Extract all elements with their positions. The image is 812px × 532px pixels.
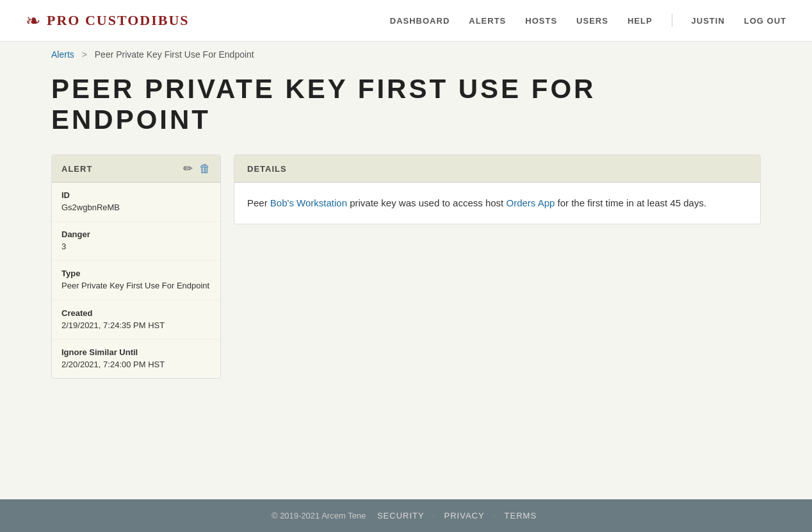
alert-field-created-value: 2/19/2021, 7:24:35 PM HST: [61, 320, 211, 331]
nav-users[interactable]: Users: [576, 16, 608, 26]
logo-text: Pro Custodibus: [47, 12, 190, 29]
page-title-area: Peer Private Key First Use For Endpoint: [0, 67, 812, 154]
page-title: Peer Private Key First Use For Endpoint: [51, 74, 761, 135]
alert-card-actions: ✏ 🗑: [183, 163, 211, 174]
details-prefix: Peer: [247, 197, 268, 208]
details-card-header: Details: [234, 155, 760, 183]
alert-field-id-label: ID: [61, 190, 211, 200]
footer-security-link[interactable]: Security: [377, 511, 425, 520]
alert-field-ignore-value: 2/20/2021, 7:24:00 PM HST: [61, 359, 211, 370]
footer-copyright: © 2019-2021 Arcem Tene: [272, 511, 366, 520]
alert-field-type: Type Peer Private Key First Use For Endp…: [52, 261, 220, 300]
alert-field-ignore: Ignore Similar Until 2/20/2021, 7:24:00 …: [52, 340, 220, 378]
details-card-title: Details: [247, 164, 287, 174]
alert-field-type-value: Peer Private Key First Use For Endpoint: [61, 280, 211, 292]
logo-area: ❧ Pro Custodibus: [26, 10, 190, 31]
nav-hosts[interactable]: Hosts: [525, 16, 557, 26]
main-nav: Dashboard Alerts Hosts Users Help Justin…: [390, 14, 786, 27]
footer-privacy-link[interactable]: Privacy: [444, 511, 485, 520]
nav-logout[interactable]: Log Out: [744, 16, 786, 26]
breadcrumb-parent-link[interactable]: Alerts: [51, 49, 74, 60]
main-content: Alert ✏ 🗑 ID Gs2wgbnReMB Danger 3 Type P…: [0, 154, 812, 499]
alert-card-header: Alert ✏ 🗑: [52, 155, 220, 183]
nav-alerts[interactable]: Alerts: [469, 16, 506, 26]
alert-card-title: Alert: [61, 164, 92, 174]
details-body: Peer Bob's Workstation private key was u…: [234, 183, 760, 224]
breadcrumb-separator: >: [82, 49, 87, 60]
details-suffix: for the first time in at least 45 days.: [558, 197, 707, 208]
alert-field-id: ID Gs2wgbnReMB: [52, 183, 220, 222]
alert-field-ignore-label: Ignore Similar Until: [61, 347, 211, 357]
alert-field-id-value: Gs2wgbnReMB: [61, 202, 211, 213]
footer-terms-link[interactable]: Terms: [505, 511, 537, 520]
alert-field-created-label: Created: [61, 308, 211, 318]
alert-field-created: Created 2/19/2021, 7:24:35 PM HST: [52, 301, 220, 340]
edit-button[interactable]: ✏: [183, 163, 193, 174]
breadcrumb: Alerts > Peer Private Key First Use For …: [0, 42, 812, 67]
alert-field-danger: Danger 3: [52, 222, 220, 261]
details-peer-link[interactable]: Bob's Workstation: [270, 197, 347, 208]
breadcrumb-current: Peer Private Key First Use For Endpoint: [95, 49, 254, 60]
details-host-link[interactable]: Orders App: [506, 197, 555, 208]
details-card: Details Peer Bob's Workstation private k…: [234, 154, 761, 224]
logo-icon: ❧: [26, 10, 40, 31]
details-middle: private key was used to access host: [350, 197, 506, 208]
alert-field-type-label: Type: [61, 269, 211, 278]
header: ❧ Pro Custodibus Dashboard Alerts Hosts …: [0, 0, 812, 42]
footer-sep-3: ·: [493, 511, 496, 520]
footer-sep-2: ·: [433, 511, 435, 520]
alert-field-danger-label: Danger: [61, 229, 211, 239]
alert-field-danger-value: 3: [61, 241, 211, 253]
nav-dashboard[interactable]: Dashboard: [390, 16, 450, 26]
nav-username[interactable]: Justin: [692, 16, 725, 26]
nav-help[interactable]: Help: [628, 16, 653, 26]
alert-card: Alert ✏ 🗑 ID Gs2wgbnReMB Danger 3 Type P…: [51, 154, 221, 379]
nav-divider: [672, 14, 672, 27]
footer: © 2019-2021 Arcem Tene Security · Privac…: [0, 499, 812, 532]
delete-button[interactable]: 🗑: [199, 163, 211, 174]
